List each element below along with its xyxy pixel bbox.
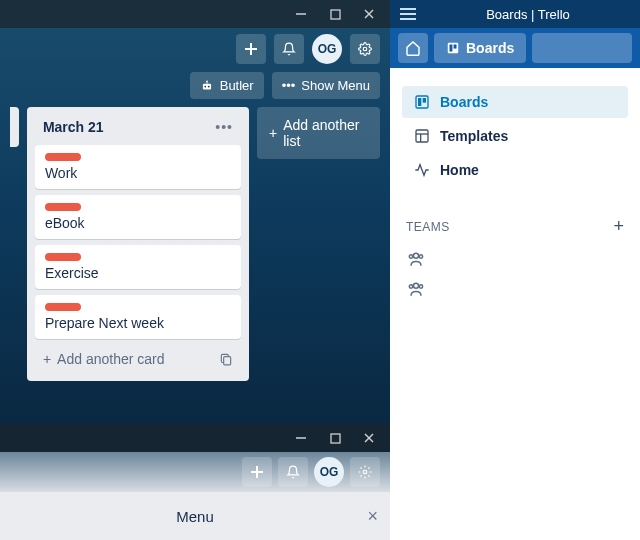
show-menu-label: Show Menu xyxy=(301,78,370,93)
window-titlebar: Boards | Trello xyxy=(390,0,640,28)
svg-rect-26 xyxy=(454,45,457,49)
svg-point-38 xyxy=(409,285,412,288)
menu-panel-header: Menu × xyxy=(0,492,390,540)
notifications-button[interactable] xyxy=(278,457,308,487)
user-avatar[interactable]: OG xyxy=(312,34,342,64)
close-icon[interactable] xyxy=(362,7,376,21)
trello-second-window: OG Butler Menu × xyxy=(0,424,390,540)
plus-icon: + xyxy=(269,125,277,141)
card-prepare-next-week[interactable]: Prepare Next week xyxy=(35,295,241,339)
svg-point-37 xyxy=(419,285,422,288)
close-icon[interactable]: × xyxy=(367,506,378,527)
butler-label: Butler xyxy=(220,78,254,93)
svg-rect-27 xyxy=(416,96,428,108)
add-list-label: Add another list xyxy=(283,117,368,149)
menu-title: Menu xyxy=(176,508,214,525)
teams-label: TEAMS xyxy=(406,220,450,234)
svg-point-6 xyxy=(363,47,367,51)
close-icon[interactable] xyxy=(362,431,376,445)
dots-icon: ••• xyxy=(282,78,296,93)
trello-sidebar-window: Boards | Trello Boards Boards Templates … xyxy=(390,0,640,540)
show-menu-button[interactable]: ••• Show Menu xyxy=(272,72,380,99)
window-titlebar xyxy=(0,0,390,28)
list-march-21: March 21 ••• Work eBook Exercise Prepare… xyxy=(27,107,249,381)
svg-point-20 xyxy=(363,470,367,474)
board-subheader: Butler ••• Show Menu xyxy=(0,70,390,107)
card-work[interactable]: Work xyxy=(35,145,241,189)
card-exercise[interactable]: Exercise xyxy=(35,245,241,289)
template-icon xyxy=(414,128,430,144)
team-avatar[interactable] xyxy=(406,249,428,271)
svg-point-36 xyxy=(414,283,419,288)
sidebar-nav: Boards Templates Home xyxy=(390,68,640,198)
sidebar-item-home[interactable]: Home xyxy=(402,154,628,186)
card-label xyxy=(45,153,81,161)
maximize-icon[interactable] xyxy=(328,7,342,21)
boards-label: Boards xyxy=(466,40,514,56)
boards-button[interactable]: Boards xyxy=(434,33,526,63)
sidebar-item-label: Templates xyxy=(440,128,508,144)
plus-icon: + xyxy=(43,351,51,367)
user-avatar[interactable]: OG xyxy=(314,457,344,487)
svg-rect-25 xyxy=(450,45,453,52)
robot-icon xyxy=(200,79,214,93)
card-title: eBook xyxy=(45,215,231,231)
add-team-button[interactable]: + xyxy=(613,216,624,237)
svg-rect-1 xyxy=(331,10,340,19)
card-label xyxy=(45,303,81,311)
add-button[interactable] xyxy=(236,34,266,64)
svg-point-9 xyxy=(208,85,210,87)
svg-point-8 xyxy=(204,85,206,87)
card-title: Work xyxy=(45,165,231,181)
svg-rect-15 xyxy=(331,434,340,443)
card-title: Exercise xyxy=(45,265,231,281)
sidebar-item-label: Home xyxy=(440,162,479,178)
sidebar-item-templates[interactable]: Templates xyxy=(402,120,628,152)
board-header: OG xyxy=(0,452,390,492)
list-title[interactable]: March 21 xyxy=(43,119,104,135)
window-title: Boards | Trello xyxy=(426,7,630,22)
sidebar-item-label: Boards xyxy=(440,94,488,110)
butler-button[interactable]: Butler xyxy=(190,72,264,99)
team-avatar[interactable] xyxy=(406,279,428,301)
notifications-button[interactable] xyxy=(274,34,304,64)
svg-rect-28 xyxy=(418,98,421,106)
maximize-icon[interactable] xyxy=(328,431,342,445)
home-button[interactable] xyxy=(398,33,428,63)
minimize-icon[interactable] xyxy=(294,431,308,445)
menu-icon[interactable] xyxy=(400,8,416,20)
trello-board-window: OG Butler ••• Show Menu March 21 ••• Wor… xyxy=(0,0,390,540)
svg-rect-13 xyxy=(224,357,231,365)
add-button[interactable] xyxy=(242,457,272,487)
card-ebook[interactable]: eBook xyxy=(35,195,241,239)
trello-board-icon xyxy=(446,41,460,55)
card-title: Prepare Next week xyxy=(45,315,231,331)
template-icon[interactable] xyxy=(219,352,233,366)
list-header: March 21 ••• xyxy=(35,115,241,139)
svg-rect-24 xyxy=(448,43,459,54)
board-header: OG xyxy=(0,28,390,70)
svg-rect-30 xyxy=(416,130,428,142)
add-list-button[interactable]: + Add another list xyxy=(257,107,380,159)
trello-board-icon xyxy=(414,94,430,110)
settings-button[interactable] xyxy=(350,34,380,64)
card-label xyxy=(45,203,81,211)
svg-point-34 xyxy=(419,255,422,258)
settings-button[interactable] xyxy=(350,457,380,487)
sidebar-item-boards[interactable]: Boards xyxy=(402,86,628,118)
teams-header: TEAMS + xyxy=(390,198,640,245)
svg-rect-29 xyxy=(423,98,426,103)
window-titlebar xyxy=(0,424,390,452)
add-card-button[interactable]: +Add another card xyxy=(35,345,241,373)
list-menu-button[interactable]: ••• xyxy=(215,119,233,135)
minimize-icon[interactable] xyxy=(294,7,308,21)
svg-point-35 xyxy=(409,255,412,258)
svg-rect-7 xyxy=(203,83,211,89)
search-input[interactable] xyxy=(532,33,632,63)
board-body: March 21 ••• Work eBook Exercise Prepare… xyxy=(0,107,390,381)
top-nav: Boards xyxy=(390,28,640,68)
add-card-label: +Add another card xyxy=(43,351,165,367)
pulse-icon xyxy=(414,162,430,178)
previous-list-edge xyxy=(10,107,19,147)
card-label xyxy=(45,253,81,261)
